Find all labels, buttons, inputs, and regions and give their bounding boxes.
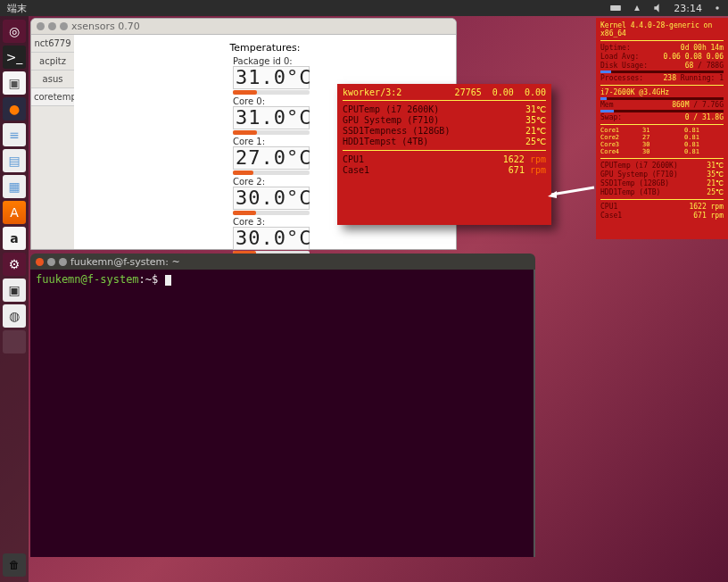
tab-asus[interactable]: asus bbox=[31, 71, 74, 88]
keyboard-icon[interactable] bbox=[605, 2, 626, 14]
svg-rect-0 bbox=[610, 5, 621, 11]
conky-process-row: kworker/3:2 27765 0.00 0.00 bbox=[343, 87, 546, 101]
kernel-line: Kernel 4.4.0-28-generic on x86_64 bbox=[600, 21, 724, 37]
launcher-settings[interactable]: ⚙ bbox=[3, 253, 26, 276]
launcher-terminal[interactable]: >_ bbox=[3, 46, 26, 69]
conky-system-panel: Kernel 4.4.0-28-generic on x86_64 Uptime… bbox=[596, 18, 728, 239]
launcher-dash[interactable]: ◎ bbox=[3, 20, 26, 43]
sound-icon[interactable] bbox=[648, 2, 669, 14]
conky-temps-panel: kworker/3:2 27765 0.00 0.00 CPUTemp (i7 … bbox=[337, 84, 551, 225]
tab-nct6779[interactable]: nct6779 bbox=[31, 35, 74, 53]
top-panel: 端末 23:14 bbox=[0, 0, 728, 16]
launcher-firefox[interactable]: ● bbox=[3, 97, 26, 121]
close-icon[interactable] bbox=[36, 258, 44, 266]
window-title: xsensors 0.70 bbox=[71, 21, 140, 32]
terminal-window: fuukemn@f-system: ~ fuukemn@f-system:~$ bbox=[30, 254, 535, 557]
svg-line-2 bbox=[551, 187, 594, 195]
launcher-files[interactable]: ▣ bbox=[3, 71, 26, 95]
launcher-amazon[interactable]: a bbox=[3, 227, 26, 250]
launcher-trash[interactable]: 🗑 bbox=[3, 553, 26, 577]
launcher-writer[interactable]: ≡ bbox=[3, 123, 26, 146]
prompt-path: :~$ bbox=[139, 273, 159, 286]
sensor-tabs: nct6779 acpitz asus coretemp bbox=[31, 35, 74, 249]
launcher-impress[interactable]: ▦ bbox=[3, 175, 26, 198]
launcher-software[interactable]: A bbox=[3, 201, 26, 224]
minimize-icon[interactable] bbox=[48, 22, 56, 30]
cursor bbox=[165, 275, 171, 286]
maximize-icon[interactable] bbox=[59, 258, 67, 266]
svg-point-1 bbox=[716, 6, 719, 10]
tab-acpitz[interactable]: acpitz bbox=[31, 53, 74, 71]
terminal-body[interactable]: fuukemn@f-system:~$ bbox=[30, 270, 535, 557]
minimize-icon[interactable] bbox=[47, 258, 55, 266]
maximize-icon[interactable] bbox=[60, 22, 68, 30]
launcher-other[interactable] bbox=[3, 330, 26, 353]
launcher-disks[interactable]: ◍ bbox=[3, 304, 26, 328]
launcher-calc[interactable]: ▤ bbox=[3, 149, 26, 172]
close-icon[interactable] bbox=[37, 22, 45, 30]
launcher-screenshot[interactable]: ▣ bbox=[3, 279, 26, 302]
svg-marker-3 bbox=[548, 191, 557, 198]
network-icon[interactable] bbox=[626, 2, 648, 14]
annotation-arrow bbox=[548, 184, 598, 198]
xsensors-titlebar[interactable]: xsensors 0.70 bbox=[31, 19, 456, 35]
temps-header: Temperatures: bbox=[83, 42, 447, 54]
launcher: ◎ >_ ▣ ● ≡ ▤ ▦ A a ⚙ ▣ ◍ 🗑 bbox=[0, 16, 29, 582]
clock[interactable]: 23:14 bbox=[669, 3, 707, 14]
tab-coretemp[interactable]: coretemp bbox=[31, 88, 74, 106]
menu-terminal[interactable]: 端末 bbox=[0, 2, 34, 15]
terminal-titlebar[interactable]: fuukemn@f-system: ~ bbox=[30, 254, 535, 270]
session-gear-icon[interactable] bbox=[707, 2, 728, 14]
prompt-user: fuukemn@f-system bbox=[36, 273, 139, 286]
window-title: fuukemn@f-system: ~ bbox=[70, 256, 180, 268]
